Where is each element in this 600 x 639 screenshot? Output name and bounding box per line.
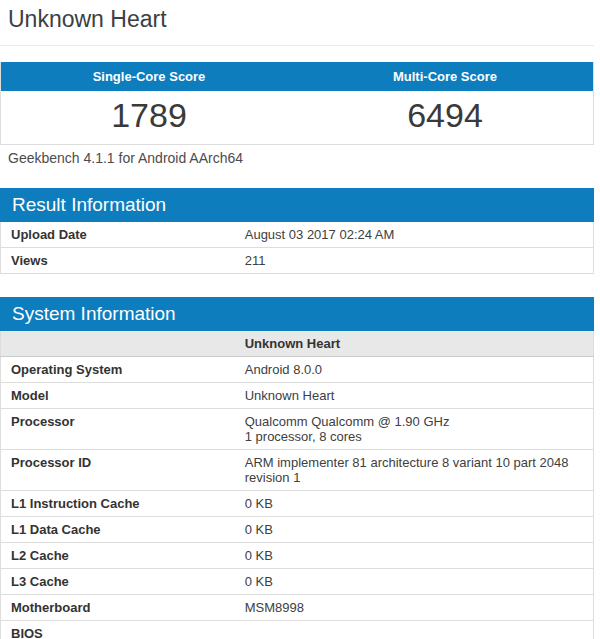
- spec-label-cell: L1 Data Cache: [1, 517, 235, 543]
- spec-value-cell: [235, 621, 594, 639]
- table-row: L1 Data Cache 0 KB: [1, 517, 594, 543]
- score-table: Single-Core Score Multi-Core Score 1789 …: [0, 62, 594, 145]
- spec-label-cell: L3 Cache: [1, 569, 235, 595]
- result-information-section: Result Information Upload Date August 03…: [0, 188, 594, 274]
- table-row: L1 Instruction Cache 0 KB: [1, 491, 594, 517]
- spec-label-cell: BIOS: [1, 621, 235, 639]
- table-row: L3 Cache 0 KB: [1, 569, 594, 595]
- table-row: BIOS: [1, 621, 594, 639]
- spec-value-cell: 0 KB: [235, 543, 594, 569]
- spec-label-cell: Processor: [1, 409, 235, 450]
- spec-value-cell: Android 8.0.0: [235, 357, 594, 383]
- table-row: L2 Cache 0 KB: [1, 543, 594, 569]
- table-row: Model Unknown Heart: [1, 383, 594, 409]
- spec-label-cell: Upload Date: [1, 222, 235, 248]
- device-header-empty-cell: [1, 331, 235, 357]
- system-information-section: System Information Unknown Heart Operati…: [0, 297, 594, 639]
- score-column-header: Single-Core Score: [1, 62, 298, 91]
- spec-value-cell: MSM8998: [235, 595, 594, 621]
- spec-value-cell: 0 KB: [235, 491, 594, 517]
- spec-label-cell: L1 Instruction Cache: [1, 491, 235, 517]
- score-value: 6494: [297, 91, 594, 145]
- spec-value-cell: August 03 2017 02:24 AM: [235, 222, 594, 248]
- result-information-table: Upload Date August 03 2017 02:24 AM View…: [0, 222, 594, 274]
- device-column-header: Unknown Heart: [235, 331, 594, 357]
- title-divider: [0, 45, 594, 46]
- spec-label-cell: Motherboard: [1, 595, 235, 621]
- system-information-header: System Information: [0, 297, 594, 331]
- spec-label-cell: L2 Cache: [1, 543, 235, 569]
- page-title: Unknown Heart: [8, 6, 594, 33]
- spec-value-cell: ARM implementer 81 architecture 8 varian…: [235, 450, 594, 491]
- table-row: Processor ID ARM implementer 81 architec…: [1, 450, 594, 491]
- spec-value-cell: 0 KB: [235, 569, 594, 595]
- benchmark-scores-panel: Single-Core Score Multi-Core Score 1789 …: [0, 62, 594, 166]
- table-row: Operating System Android 8.0.0: [1, 357, 594, 383]
- table-row: Processor Qualcomm Qualcomm @ 1.90 GHz 1…: [1, 409, 594, 450]
- device-header-row: Unknown Heart: [1, 331, 594, 357]
- score-value: 1789: [1, 91, 298, 145]
- result-information-header: Result Information: [0, 188, 594, 222]
- score-column-header: Multi-Core Score: [297, 62, 594, 91]
- score-value-row: 1789 6494: [1, 91, 594, 145]
- spec-value-cell: 0 KB: [235, 517, 594, 543]
- spec-label-cell: Views: [1, 248, 235, 274]
- spec-value-cell: Unknown Heart: [235, 383, 594, 409]
- table-row: Motherboard MSM8998: [1, 595, 594, 621]
- spec-label-cell: Processor ID: [1, 450, 235, 491]
- spec-label-cell: Model: [1, 383, 235, 409]
- spec-value-cell: Qualcomm Qualcomm @ 1.90 GHz 1 processor…: [235, 409, 594, 450]
- score-header-row: Single-Core Score Multi-Core Score: [1, 62, 594, 91]
- benchmark-version-caption: Geekbench 4.1.1 for Android AArch64: [0, 145, 594, 166]
- spec-label-cell: Operating System: [1, 357, 235, 383]
- system-information-table: Unknown Heart Operating System Android 8…: [0, 331, 594, 639]
- table-row: Upload Date August 03 2017 02:24 AM: [1, 222, 594, 248]
- spec-value-cell: 211: [235, 248, 594, 274]
- page-container: Unknown Heart Single-Core Score Multi-Co…: [0, 6, 594, 639]
- table-row: Views 211: [1, 248, 594, 274]
